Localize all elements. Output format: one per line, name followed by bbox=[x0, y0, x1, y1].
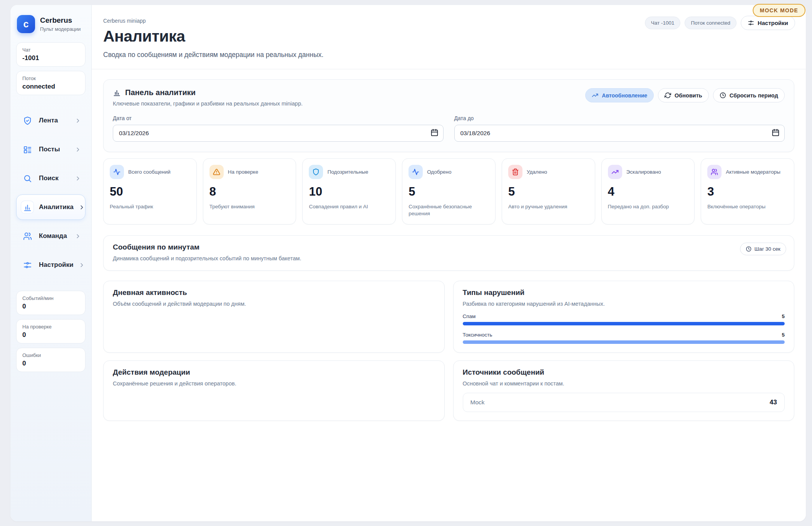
spam-bar bbox=[463, 322, 785, 325]
date-to-input[interactable] bbox=[454, 125, 785, 142]
sidebar-item-team[interactable]: Команда bbox=[16, 223, 85, 249]
date-from-field: Дата от bbox=[113, 115, 444, 142]
kpi-sublabel: Совпадения правил и AI bbox=[309, 203, 389, 210]
analytics-panel-subtitle: Ключевые показатели, графики и разбивки … bbox=[113, 101, 303, 107]
moderation-actions-subtitle: Сохранённые решения и действия операторо… bbox=[113, 380, 435, 387]
sidebar-item-label: Аналитика bbox=[39, 203, 74, 211]
sliders-icon bbox=[21, 258, 34, 271]
step-chip[interactable]: Шаг 30 сек bbox=[740, 243, 787, 255]
date-from-label: Дата от bbox=[113, 115, 444, 121]
stream-label: Поток bbox=[22, 75, 79, 81]
events-per-min-label: Событий/мин bbox=[22, 295, 79, 301]
chevron-right-icon bbox=[79, 262, 85, 268]
kpi-sublabel: Авто и ручные удаления bbox=[508, 203, 589, 210]
messages-per-minute-card: Сообщения по минутам Динамика сообщений … bbox=[103, 235, 794, 271]
message-sources-subtitle: Основной чат и комментарии к постам. bbox=[463, 380, 785, 387]
toxicity-bar bbox=[463, 340, 785, 344]
violation-label: Токсичность bbox=[463, 332, 492, 338]
date-to-label: Дата до bbox=[454, 115, 785, 121]
brand: c Cerberus Пульт модерации bbox=[16, 15, 85, 33]
violation-types-card: Типы нарушений Разбивка по категориям на… bbox=[453, 281, 795, 353]
main-area: Cerberus miniapp Аналитика Сводка по соо… bbox=[92, 5, 806, 521]
kpi-value: 5 bbox=[508, 185, 589, 199]
trending-up-icon bbox=[608, 165, 622, 179]
kpi-sublabel: Включённые операторы bbox=[707, 203, 788, 210]
kpi-top: Одобрено bbox=[409, 165, 489, 179]
messages-per-minute-title: Сообщения по минутам bbox=[113, 243, 785, 251]
autorefresh-button[interactable]: Автообновление bbox=[585, 88, 654, 102]
kpi-label: Одобрено bbox=[427, 169, 451, 175]
kpi-top: Активные модераторы bbox=[707, 165, 788, 179]
sidebar-item-label: Посты bbox=[39, 146, 60, 153]
analytics-panel-titles: Панель аналитики Ключевые показатели, гр… bbox=[113, 88, 303, 107]
sidebar-item-settings[interactable]: Настройки bbox=[16, 252, 85, 278]
analytics-panel-actions: Автообновление Обновить Сб bbox=[585, 88, 785, 102]
refresh-button-label: Обновить bbox=[675, 92, 702, 99]
violation-bar-toxicity: Токсичность 5 bbox=[463, 332, 785, 344]
activity-icon bbox=[110, 165, 124, 179]
calendar-icon[interactable] bbox=[430, 129, 439, 137]
chevron-right-icon bbox=[79, 204, 85, 211]
errors-label: Ошибки bbox=[22, 352, 79, 358]
bar-chart-icon bbox=[21, 201, 34, 214]
analytics-panel: Панель аналитики Ключевые показатели, гр… bbox=[103, 79, 794, 152]
chat-label: Чат bbox=[22, 47, 79, 53]
sidebar-item-label: Настройки bbox=[39, 261, 74, 269]
kpi-value: 3 bbox=[707, 185, 788, 199]
charts-row-1: Дневная активность Объём сообщений и дей… bbox=[103, 281, 794, 353]
page-header: Cerberus miniapp Аналитика Сводка по соо… bbox=[92, 5, 806, 69]
chat-chip: Чат -1001 bbox=[645, 17, 681, 29]
date-from-input[interactable] bbox=[113, 125, 444, 142]
shield-icon bbox=[309, 165, 323, 179]
violation-bar-head: Токсичность 5 bbox=[463, 332, 785, 338]
stream-value: connected bbox=[22, 83, 79, 90]
violation-label: Спам bbox=[463, 313, 476, 319]
sidebar-item-posts[interactable]: Посты bbox=[16, 137, 85, 162]
stream-chip: Поток connected bbox=[685, 17, 736, 29]
analytics-panel-title-row: Панель аналитики bbox=[113, 88, 303, 97]
errors-card: Ошибки 0 bbox=[16, 348, 85, 372]
users-icon bbox=[21, 229, 34, 243]
kpi-value: 10 bbox=[309, 185, 389, 199]
chevron-right-icon bbox=[75, 175, 81, 182]
alert-triangle-icon bbox=[209, 165, 224, 179]
mock-mode-badge: MOCK MODE bbox=[753, 4, 805, 17]
kpi-label: Подозрительные bbox=[327, 169, 368, 175]
events-per-min-card: Событий/мин 0 bbox=[16, 291, 85, 315]
violation-bar-spam: Спам 5 bbox=[463, 313, 785, 325]
daily-activity-title: Дневная активность bbox=[113, 288, 435, 297]
sidebar-item-label: Лента bbox=[39, 117, 58, 124]
kpi-in-review: На проверке 8 Требуют внимания bbox=[203, 158, 296, 224]
app-logo: c bbox=[17, 15, 35, 33]
kpi-sublabel: Сохранённые безопасные решения bbox=[409, 203, 489, 217]
kpi-label: Эскалировано bbox=[626, 169, 661, 175]
kpi-escalated: Эскалировано 4 Передано на доп. разбор bbox=[601, 158, 695, 224]
search-icon bbox=[21, 172, 34, 185]
page-title: Аналитика bbox=[103, 27, 794, 45]
sidebar-nav: Лента Посты Поиск bbox=[16, 108, 85, 278]
message-sources-card: Источники сообщений Основной чат и комме… bbox=[453, 360, 795, 421]
refresh-icon bbox=[665, 92, 671, 99]
settings-button[interactable]: Настройки bbox=[741, 16, 795, 30]
kpi-top: Эскалировано bbox=[608, 165, 688, 179]
violation-value: 5 bbox=[782, 332, 785, 338]
reset-period-button[interactable]: Сбросить период bbox=[713, 88, 785, 102]
sidebar-item-search[interactable]: Поиск bbox=[16, 166, 85, 191]
trash-icon bbox=[508, 165, 522, 179]
daily-activity-subtitle: Объём сообщений и действий модерации по … bbox=[113, 301, 435, 307]
stream-card: Поток connected bbox=[16, 71, 85, 95]
refresh-button[interactable]: Обновить bbox=[658, 88, 709, 102]
layout-list-icon bbox=[21, 143, 34, 156]
chat-card: Чат -1001 bbox=[16, 42, 85, 67]
messages-per-minute-subtitle: Динамика сообщений и подозрительных собы… bbox=[113, 255, 785, 261]
step-chip-label: Шаг 30 сек bbox=[755, 246, 781, 252]
calendar-icon[interactable] bbox=[772, 129, 780, 137]
date-to-field: Дата до bbox=[454, 115, 785, 142]
sidebar-item-feed[interactable]: Лента bbox=[16, 108, 85, 133]
in-review-value: 0 bbox=[22, 331, 79, 339]
kpi-label: Удалено bbox=[527, 169, 547, 175]
kpi-sublabel: Реальный трафик bbox=[110, 203, 190, 210]
kpi-sublabel: Требуют внимания bbox=[209, 203, 290, 210]
page-content: Панель аналитики Ключевые показатели, гр… bbox=[92, 69, 806, 521]
sidebar-item-analytics[interactable]: Аналитика bbox=[16, 194, 85, 220]
